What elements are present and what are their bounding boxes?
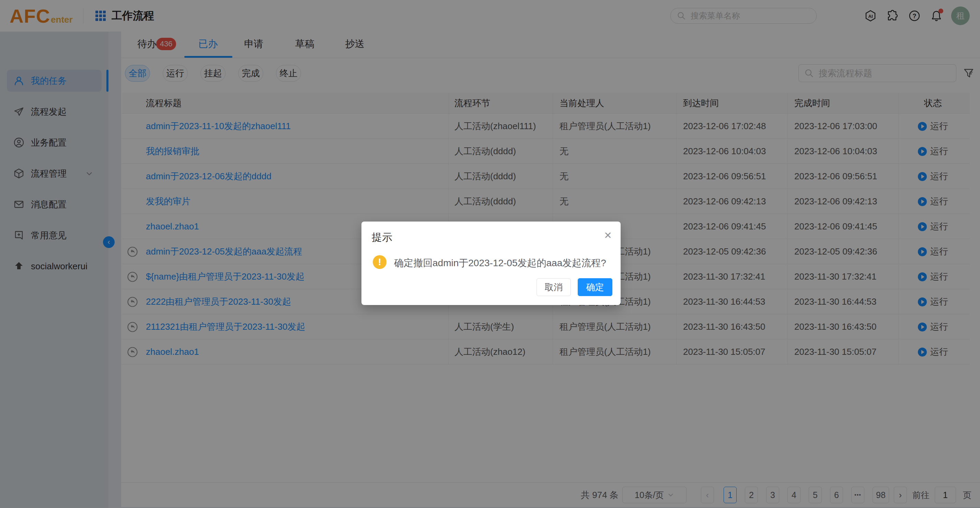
dialog-title: 提示 (372, 230, 392, 244)
confirm-dialog: 提示 ✕ ! 确定撤回admin于2023-12-05发起的aaa发起流程? 取… (361, 222, 620, 305)
close-icon[interactable]: ✕ (602, 229, 614, 241)
warning-icon: ! (373, 255, 387, 269)
app-root: AFC enter 工作流程 AI (0, 0, 980, 508)
cancel-button[interactable]: 取消 (536, 278, 571, 296)
dialog-message: 确定撤回admin于2023-12-05发起的aaa发起流程? (394, 257, 606, 270)
confirm-button[interactable]: 确定 (578, 278, 612, 296)
